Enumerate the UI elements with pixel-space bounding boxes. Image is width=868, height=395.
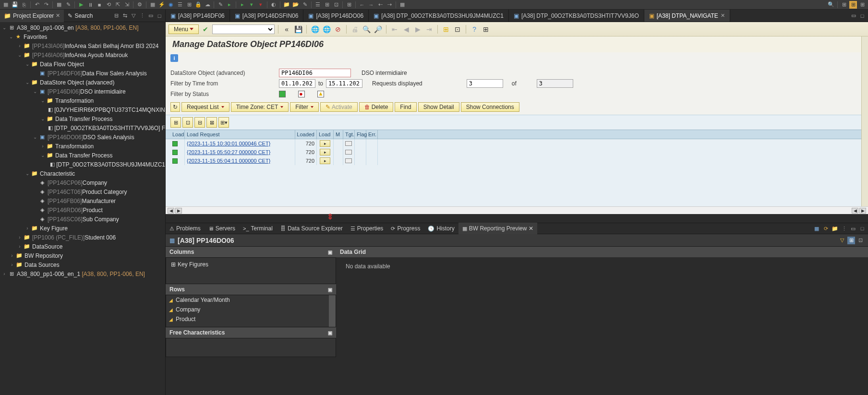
request-list-button[interactable]: Request List <box>181 102 229 112</box>
load-button[interactable]: ▸ <box>320 140 330 147</box>
resize-vertical-icon[interactable]: ⇕ <box>327 212 333 221</box>
tool-icon[interactable]: ✎ <box>301 1 309 9</box>
stop-icon[interactable]: ■ <box>96 1 103 9</box>
scroll-left-icon[interactable]: ◀ <box>168 208 174 214</box>
row-item[interactable]: ◢Company <box>166 305 329 314</box>
tool-icon[interactable]: ▾ <box>257 1 265 9</box>
tool-icon[interactable]: ⋮ <box>840 225 848 232</box>
first-icon[interactable]: ⇤ <box>390 24 399 34</box>
forward-icon[interactable]: → <box>367 1 375 9</box>
tool-icon[interactable]: ⟲ <box>105 1 112 9</box>
flag-icon[interactable] <box>345 150 352 155</box>
tree-node[interactable]: ⌄ 📁 Data Transfer Process <box>0 114 165 123</box>
tree-node[interactable]: ⌄ ▣ [PP146DI06] DSO intermidiaire <box>0 87 165 96</box>
tool-icon[interactable]: 🔒 <box>194 1 202 9</box>
show-detail-button[interactable]: Show Detail <box>418 102 459 112</box>
grid-row[interactable]: {2023-11-15 05:50:27 000000 CET} 720 ▸ <box>170 148 868 156</box>
grid-row[interactable]: {2023-11-15 05:04:11 000000 CET} 720 ▸ <box>170 156 868 165</box>
tree-node[interactable]: › 📁 DataSource <box>0 242 165 251</box>
close-icon[interactable]: ✕ <box>529 225 533 232</box>
tree-node[interactable]: ⌄ ▣ [PP146DO06] DSO Sales Analysis <box>0 132 165 142</box>
save-icon[interactable]: 💾 <box>11 1 19 9</box>
tool-icon[interactable]: 📂 <box>292 1 300 9</box>
flag-icon[interactable] <box>345 158 352 163</box>
grid-row[interactable]: {2023-11-15 10:30:01 000046 CET} 720 ▸ <box>170 139 868 148</box>
bottom-tab[interactable]: >_Terminal <box>239 223 277 234</box>
refresh-button[interactable]: ↻ <box>170 102 180 112</box>
back-icon[interactable]: ← <box>358 1 366 9</box>
maximize-icon[interactable]: □ <box>858 12 866 20</box>
tool-icon[interactable]: ⇢ <box>386 1 393 9</box>
editor-tab[interactable]: ▣[A38] DTP_00O2TKB3A0TDS3HTIT7VV9J6O <box>509 10 644 22</box>
load-button[interactable]: ▸ <box>320 149 330 156</box>
save-all-icon[interactable]: ⎘ <box>20 1 28 9</box>
tree-favorites[interactable]: ⌄ ★ Favorites <box>0 32 165 41</box>
project-tree[interactable]: ⌄ ⊞ A38_800_pp1-006_en [A38, 800, PP1-00… <box>0 22 165 395</box>
tool-icon[interactable]: ◉ <box>167 1 175 9</box>
row-item[interactable]: ◢Calendar Year/Month <box>166 295 329 305</box>
tool-icon[interactable]: ▾ <box>248 1 255 9</box>
globe-icon[interactable]: 🌐 <box>310 24 320 34</box>
help-icon[interactable]: ? <box>470 24 479 34</box>
save-icon[interactable]: 💾 <box>293 24 303 34</box>
tree-node[interactable]: › 📁 Transformation <box>0 142 165 151</box>
key-figures-item[interactable]: ⊞ Key Figures <box>168 260 334 269</box>
freechar-panel[interactable] <box>166 338 336 357</box>
back-icon[interactable]: « <box>282 24 291 34</box>
tool-icon[interactable]: ⇠ <box>376 1 384 9</box>
run-icon[interactable]: ▶ <box>77 1 85 9</box>
minimize-icon[interactable]: ▭ <box>850 12 857 20</box>
menu-button[interactable]: Menu <box>169 24 199 34</box>
tool-icon[interactable]: ⚡ <box>158 1 166 9</box>
req-count-field[interactable] <box>467 79 503 88</box>
tool-icon[interactable]: ☰ <box>314 1 322 9</box>
request-link[interactable]: {2023-11-15 10:30:01 000046 CET} <box>185 139 295 148</box>
tool-icon[interactable]: ⇱ <box>114 1 121 9</box>
tree-node[interactable]: ◧ [DTP_00O2TKB3A0TDS3HU9JM4MUZC1 <box>0 160 165 169</box>
grid-hscroll[interactable]: ◀ ▶ ◀ ▶ <box>166 206 868 214</box>
tree-node[interactable]: ⌄ 📁 DataStore Object (advanced) <box>0 78 165 87</box>
tree-node[interactable]: › 📁 Key Figure <box>0 224 165 233</box>
check-icon[interactable]: ✔ <box>201 24 210 34</box>
perspective-bw-icon[interactable]: ⊞ <box>849 1 857 9</box>
info-icon[interactable]: i <box>170 54 178 62</box>
bottom-tab[interactable]: 🖥Servers <box>205 223 239 234</box>
bottom-tab[interactable]: 🗄Data Source Explorer <box>277 223 347 234</box>
tool-icon[interactable]: ▸ <box>226 1 233 9</box>
tool-icon[interactable]: ✎ <box>217 1 224 9</box>
minimize-icon[interactable]: ▭ <box>147 12 155 20</box>
tool-icon[interactable]: ☰ <box>176 1 184 9</box>
bottom-tab[interactable]: ⚠Problems <box>166 223 205 234</box>
tool-icon[interactable]: 📁 <box>831 225 839 232</box>
cancel-icon[interactable]: ⊘ <box>333 24 343 34</box>
tree-node[interactable]: ◈ [PP146CP06] Company <box>0 178 165 187</box>
tool-icon[interactable]: ⊡ <box>332 1 340 9</box>
find-button[interactable]: Find <box>395 102 416 112</box>
tool-icon[interactable]: 📁 <box>283 1 290 9</box>
undo-icon[interactable]: ↶ <box>33 1 41 9</box>
tool-icon[interactable]: ⊞ <box>847 237 855 244</box>
maximize-icon[interactable]: □ <box>156 12 163 20</box>
tool-icon[interactable]: ⊡ <box>856 237 864 244</box>
editor-tab[interactable]: ▣[A38] PP146DF06 <box>166 10 230 22</box>
columns-panel[interactable]: ⊞ Key Figures <box>166 257 336 284</box>
from-date-field[interactable] <box>279 79 315 88</box>
find-icon[interactable]: 🔍 <box>362 24 371 34</box>
tree-node[interactable]: ◈ [PP146RD06] Product <box>0 205 165 215</box>
close-icon[interactable]: ✕ <box>721 12 725 19</box>
close-icon[interactable]: ✕ <box>56 12 60 19</box>
tree-node[interactable]: ⌄ 📁 Transformation <box>0 96 165 105</box>
tool-icon[interactable]: ⚙ <box>136 1 144 9</box>
tool-icon[interactable]: ⟳ <box>822 225 830 232</box>
flag-icon[interactable] <box>345 141 352 146</box>
request-link[interactable]: {2023-11-15 05:04:11 000000 CET} <box>185 156 295 165</box>
tree-node[interactable]: › 📁 BW Repository <box>0 251 165 260</box>
perspective-icon[interactable]: ⊞ <box>840 1 848 9</box>
tree-system-node[interactable]: › ⊞ A38_800_pp1-006_en_1 [A38, 800, PP1-… <box>0 269 165 278</box>
grid-tool-icon[interactable]: ⊞▾ <box>218 117 229 128</box>
show-connections-button[interactable]: Show Connections <box>461 102 519 112</box>
last-icon[interactable]: ⇥ <box>424 24 434 34</box>
filter-button[interactable]: Filter <box>290 102 319 112</box>
tool-icon[interactable]: ✎ <box>64 1 72 9</box>
bottom-tab[interactable]: ⟳Progress <box>387 223 424 234</box>
